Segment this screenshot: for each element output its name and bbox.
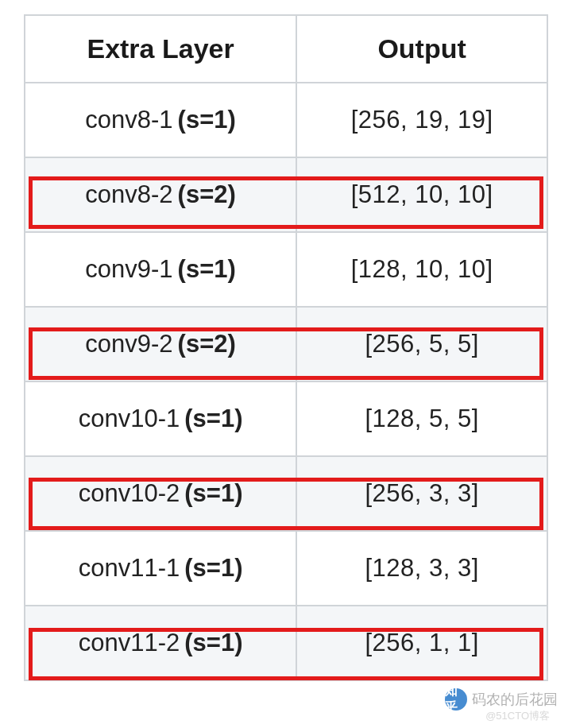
- table-row: conv9-2(s=2) [256, 5, 5]: [25, 307, 547, 381]
- output-value: [128, 5, 5]: [365, 405, 478, 433]
- layer-name: conv9-2: [85, 330, 172, 358]
- table-row: conv11-2(s=1) [256, 1, 1]: [25, 606, 547, 680]
- layer-stride: (s=1): [178, 255, 236, 284]
- table-row: conv11-1(s=1) [128, 3, 3]: [25, 531, 547, 606]
- output-value: [128, 3, 3]: [365, 554, 478, 583]
- output-value: [256, 19, 19]: [351, 106, 493, 134]
- layer-name: conv11-1: [79, 554, 180, 583]
- layers-table: Extra Layer Output conv8-1(s=1) [256, 19…: [24, 14, 548, 681]
- layer-name: conv9-1: [85, 255, 172, 284]
- layer-name: conv8-2: [85, 180, 172, 209]
- table-row: conv10-2(s=1) [256, 3, 3]: [25, 456, 547, 531]
- layer-name: conv10-2: [79, 479, 180, 508]
- table-row: conv8-2(s=2) [512, 10, 10]: [25, 157, 547, 232]
- layer-stride: (s=1): [184, 405, 242, 433]
- watermark-text: 码农的后花园: [472, 690, 558, 709]
- table-header-row: Extra Layer Output: [25, 15, 547, 83]
- watermark: 知乎 码农的后花园: [445, 688, 558, 711]
- header-output: Output: [296, 15, 547, 83]
- layer-stride: (s=1): [178, 106, 236, 134]
- layer-name: conv11-2: [79, 629, 180, 657]
- output-value: [128, 10, 10]: [351, 255, 493, 284]
- output-value: [512, 10, 10]: [351, 180, 493, 209]
- table-row: conv9-1(s=1) [128, 10, 10]: [25, 232, 547, 307]
- table-container: Extra Layer Output conv8-1(s=1) [256, 19…: [0, 0, 572, 681]
- watermark-sub: @51CTO博客: [485, 709, 550, 723]
- layer-stride: (s=2): [178, 330, 236, 358]
- layer-stride: (s=1): [184, 554, 242, 583]
- output-value: [256, 3, 3]: [365, 479, 478, 508]
- table-row: conv8-1(s=1) [256, 19, 19]: [25, 83, 547, 157]
- header-extra-layer: Extra Layer: [25, 15, 296, 83]
- layer-stride: (s=2): [178, 180, 236, 209]
- layer-name: conv10-1: [79, 405, 180, 433]
- table-row: conv10-1(s=1) [128, 5, 5]: [25, 381, 547, 456]
- layer-name: conv8-1: [85, 106, 172, 134]
- layer-stride: (s=1): [184, 629, 242, 657]
- layer-stride: (s=1): [184, 479, 242, 508]
- output-value: [256, 1, 1]: [365, 629, 478, 657]
- zhihu-icon: 知乎: [445, 688, 467, 711]
- output-value: [256, 5, 5]: [365, 330, 478, 358]
